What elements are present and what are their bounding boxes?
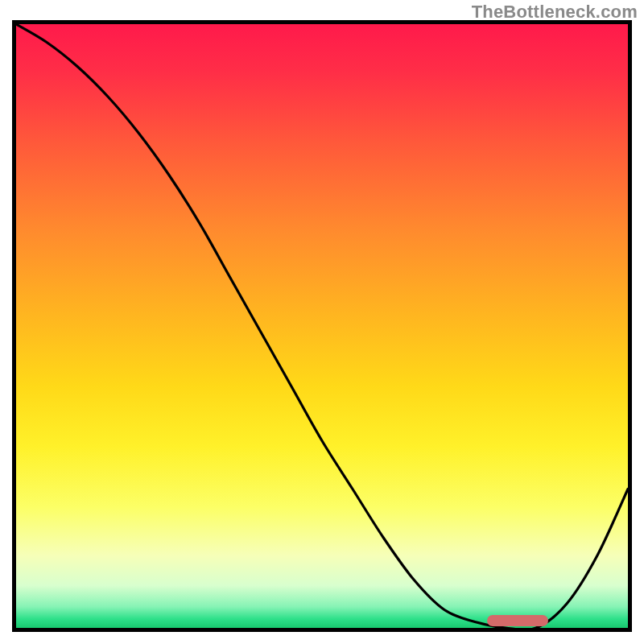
plot-area: [16, 24, 628, 628]
watermark-text: TheBottleneck.com: [472, 2, 638, 23]
chart-frame: TheBottleneck.com: [0, 0, 644, 644]
bottleneck-curve: [16, 24, 628, 628]
optimum-marker: [487, 615, 548, 626]
curve-path: [16, 24, 628, 628]
plot-border: [12, 20, 632, 632]
